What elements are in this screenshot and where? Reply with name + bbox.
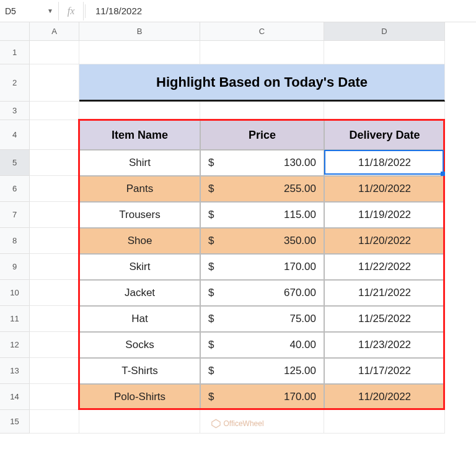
price-cell[interactable]: $125.00 <box>200 358 324 384</box>
cell-D15[interactable] <box>324 410 445 434</box>
delivery-date: 11/19/2022 <box>358 209 411 221</box>
item-name: Pants <box>126 183 153 195</box>
price-amount: 115.00 <box>284 209 316 221</box>
date-cell[interactable]: 11/22/2022 <box>324 254 445 280</box>
item-cell[interactable]: Hat <box>79 306 200 332</box>
name-box-value: D5 <box>5 6 16 16</box>
row-header-8[interactable]: 8 <box>0 228 30 254</box>
delivery-date: 11/18/2022 <box>358 157 411 169</box>
price-cell[interactable]: $170.00 <box>200 384 324 410</box>
item-cell[interactable]: Socks <box>79 332 200 358</box>
price-cell[interactable]: $40.00 <box>200 332 324 358</box>
cell-A8[interactable] <box>30 228 79 254</box>
formula-input[interactable]: 11/18/2022 <box>87 6 476 16</box>
item-name: Skirt <box>130 261 151 273</box>
row-header-6[interactable]: 6 <box>0 176 30 202</box>
cell-C1[interactable] <box>200 41 324 64</box>
row-header-11[interactable]: 11 <box>0 306 30 332</box>
date-cell[interactable]: 11/25/2022 <box>324 306 445 332</box>
cell-C3[interactable] <box>200 102 324 120</box>
item-cell[interactable]: Shirt <box>79 150 200 176</box>
cell-B15[interactable] <box>79 410 200 434</box>
row-header-5[interactable]: 5 <box>0 150 30 176</box>
price-amount: 670.00 <box>284 287 316 299</box>
cell-A13[interactable] <box>30 358 79 384</box>
row-header-1[interactable]: 1 <box>0 41 30 64</box>
item-cell[interactable]: Trousers <box>79 202 200 228</box>
row-header-3[interactable]: 3 <box>0 102 30 120</box>
price-cell[interactable]: $75.00 <box>200 306 324 332</box>
cell-A4[interactable] <box>30 120 79 150</box>
price-amount: 75.00 <box>289 313 316 325</box>
select-all-corner[interactable] <box>0 22 30 41</box>
row-header-12[interactable]: 12 <box>0 332 30 358</box>
row-header-4[interactable]: 4 <box>0 120 30 150</box>
price-cell[interactable]: $115.00 <box>200 202 324 228</box>
cell-D3[interactable] <box>324 102 445 120</box>
item-cell[interactable]: Jacket <box>79 280 200 306</box>
currency-symbol: $ <box>208 287 214 299</box>
date-cell[interactable]: 11/17/2022 <box>324 358 445 384</box>
row-header-7[interactable]: 7 <box>0 202 30 228</box>
cell-A14[interactable] <box>30 384 79 410</box>
row-header-9[interactable]: 9 <box>0 254 30 280</box>
price-cell[interactable]: $670.00 <box>200 280 324 306</box>
col-header-B[interactable]: B <box>79 22 200 41</box>
cell-A15[interactable] <box>30 410 79 434</box>
col-header-D[interactable]: D <box>324 22 445 41</box>
price-cell[interactable]: $130.00 <box>200 150 324 176</box>
currency-symbol: $ <box>208 157 214 169</box>
cell-D1[interactable] <box>324 41 445 64</box>
cell-A1[interactable] <box>30 41 79 64</box>
date-cell[interactable]: 11/20/2022 <box>324 384 445 410</box>
item-name: Hat <box>131 313 148 325</box>
cell-B3[interactable] <box>79 102 200 120</box>
date-cell[interactable]: 11/20/2022 <box>324 228 445 254</box>
row-header-10[interactable]: 10 <box>0 280 30 306</box>
item-cell[interactable]: Pants <box>79 176 200 202</box>
currency-symbol: $ <box>208 235 214 247</box>
table-header[interactable]: Item Name <box>79 120 200 150</box>
item-cell[interactable]: Polo-Shirts <box>79 384 200 410</box>
date-cell[interactable]: 11/20/2022 <box>324 176 445 202</box>
grid-area[interactable]: Highlight Based on Today's DateItem Name… <box>30 41 445 434</box>
col-header-A[interactable]: A <box>30 22 79 41</box>
cell-A12[interactable] <box>30 332 79 358</box>
column-header-row: A B C D <box>0 22 476 41</box>
cell-A10[interactable] <box>30 280 79 306</box>
row-header-14[interactable]: 14 <box>0 384 30 410</box>
cell-A2[interactable] <box>30 64 79 102</box>
col-header-C[interactable]: C <box>200 22 324 41</box>
cell-A11[interactable] <box>30 306 79 332</box>
price-cell[interactable]: $170.00 <box>200 254 324 280</box>
row-header-13[interactable]: 13 <box>0 358 30 384</box>
item-cell[interactable]: T-Shirts <box>79 358 200 384</box>
date-cell[interactable]: 11/19/2022 <box>324 202 445 228</box>
item-name: Shoe <box>128 235 152 247</box>
date-cell[interactable]: 11/23/2022 <box>324 332 445 358</box>
dropdown-icon[interactable]: ▼ <box>47 7 53 14</box>
delivery-date: 11/20/2022 <box>358 183 411 195</box>
cell-A9[interactable] <box>30 254 79 280</box>
fx-icon[interactable]: fx <box>59 2 84 20</box>
cell-B1[interactable] <box>79 41 200 64</box>
cell-A7[interactable] <box>30 202 79 228</box>
row-header-15[interactable]: 15 <box>0 410 30 434</box>
cell-A3[interactable] <box>30 102 79 120</box>
row-header-2[interactable]: 2 <box>0 64 30 102</box>
item-cell[interactable]: Skirt <box>79 254 200 280</box>
title-cell[interactable]: Highlight Based on Today's Date <box>79 64 445 102</box>
item-cell[interactable]: Shoe <box>79 228 200 254</box>
svg-marker-0 <box>212 419 220 427</box>
table-header[interactable]: Price <box>200 120 324 150</box>
price-cell[interactable]: $255.00 <box>200 176 324 202</box>
date-cell[interactable]: 11/18/2022 <box>324 150 445 176</box>
item-name: Polo-Shirts <box>114 391 165 403</box>
price-cell[interactable]: $350.00 <box>200 228 324 254</box>
currency-symbol: $ <box>208 209 214 221</box>
date-cell[interactable]: 11/21/2022 <box>324 280 445 306</box>
cell-A6[interactable] <box>30 176 79 202</box>
table-header[interactable]: Delivery Date <box>324 120 445 150</box>
name-box[interactable]: D5 ▼ <box>0 2 59 20</box>
cell-A5[interactable] <box>30 150 79 176</box>
